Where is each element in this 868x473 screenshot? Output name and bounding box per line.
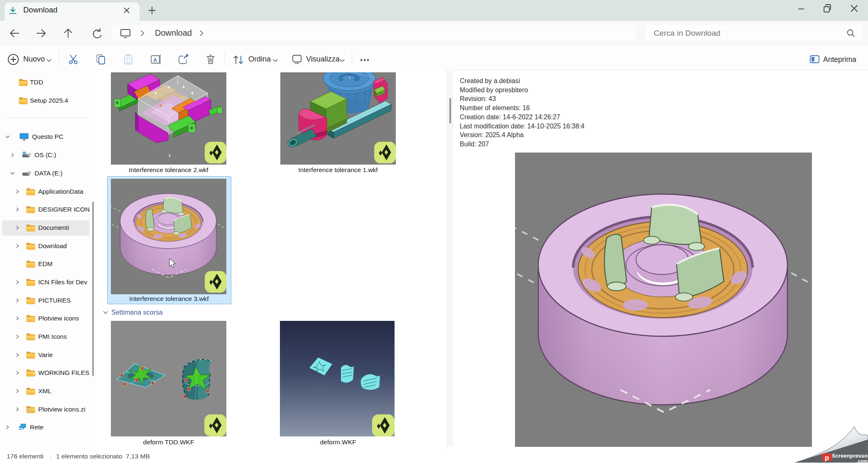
svg-text:p: p (825, 454, 829, 462)
svg-text:A: A (153, 57, 157, 63)
svg-text:Screenpresso: Screenpresso (832, 453, 868, 459)
svg-text:.com: .com (857, 458, 868, 463)
